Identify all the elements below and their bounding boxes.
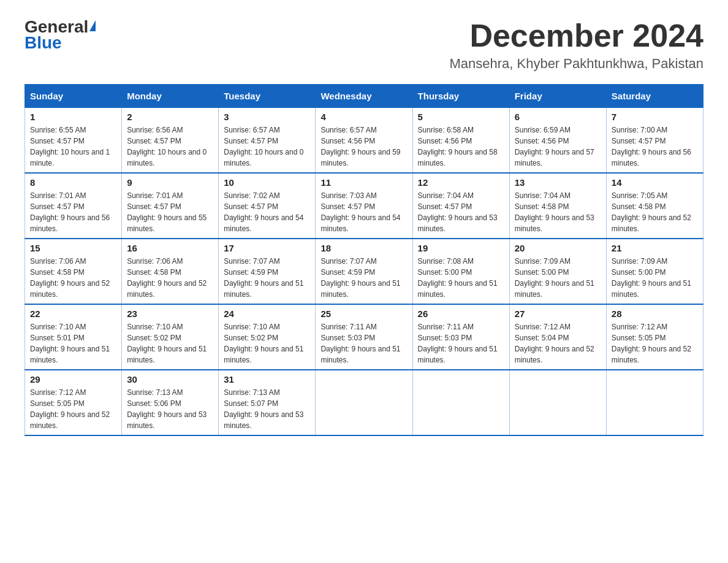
day-info: Sunrise: 7:02 AMSunset: 4:57 PMDaylight:… xyxy=(224,191,303,233)
day-number: 16 xyxy=(127,243,213,253)
day-number: 24 xyxy=(224,308,310,319)
day-info: Sunrise: 7:01 AMSunset: 4:57 PMDaylight:… xyxy=(127,191,207,233)
calendar-cell: 20 Sunrise: 7:09 AMSunset: 5:00 PMDaylig… xyxy=(509,239,606,304)
day-info: Sunrise: 7:04 AMSunset: 4:57 PMDaylight:… xyxy=(418,191,498,233)
calendar-week-row: 29 Sunrise: 7:12 AMSunset: 5:05 PMDaylig… xyxy=(25,370,703,435)
day-number: 4 xyxy=(320,112,407,122)
location-title: Mansehra, Khyber Pakhtunkhwa, Pakistan xyxy=(449,56,703,72)
calendar-cell: 30 Sunrise: 7:13 AMSunset: 5:06 PMDaylig… xyxy=(122,370,219,435)
calendar-cell: 10 Sunrise: 7:02 AMSunset: 4:57 PMDaylig… xyxy=(219,173,316,239)
calendar-cell: 24 Sunrise: 7:10 AMSunset: 5:02 PMDaylig… xyxy=(219,304,316,370)
day-info: Sunrise: 6:56 AMSunset: 4:57 PMDaylight:… xyxy=(127,126,207,167)
day-number: 22 xyxy=(30,308,116,319)
calendar-cell: 6 Sunrise: 6:59 AMSunset: 4:56 PMDayligh… xyxy=(509,108,606,174)
day-number: 2 xyxy=(127,112,213,122)
day-info: Sunrise: 7:09 AMSunset: 5:00 PMDaylight:… xyxy=(612,257,691,299)
day-info: Sunrise: 7:04 AMSunset: 4:58 PMDaylight:… xyxy=(515,191,594,233)
calendar-cell: 13 Sunrise: 7:04 AMSunset: 4:58 PMDaylig… xyxy=(509,173,606,239)
day-info: Sunrise: 6:59 AMSunset: 4:56 PMDaylight:… xyxy=(515,126,594,167)
day-number: 20 xyxy=(515,243,601,253)
day-info: Sunrise: 7:12 AMSunset: 5:05 PMDaylight:… xyxy=(612,323,691,364)
day-number: 8 xyxy=(30,177,116,188)
calendar-cell: 14 Sunrise: 7:05 AMSunset: 4:58 PMDaylig… xyxy=(606,173,703,239)
day-header-wednesday: Wednesday xyxy=(316,85,412,108)
calendar-cell: 2 Sunrise: 6:56 AMSunset: 4:57 PMDayligh… xyxy=(122,108,219,174)
day-info: Sunrise: 7:12 AMSunset: 5:05 PMDaylight:… xyxy=(30,388,110,430)
logo-blue-text: Blue xyxy=(25,33,62,53)
day-number: 17 xyxy=(224,243,310,253)
calendar-cell: 1 Sunrise: 6:55 AMSunset: 4:57 PMDayligh… xyxy=(25,108,122,174)
calendar-cell: 11 Sunrise: 7:03 AMSunset: 4:57 PMDaylig… xyxy=(316,173,412,239)
calendar-cell: 9 Sunrise: 7:01 AMSunset: 4:57 PMDayligh… xyxy=(122,173,219,239)
calendar-cell xyxy=(606,370,703,435)
day-info: Sunrise: 7:13 AMSunset: 5:07 PMDaylight:… xyxy=(224,388,303,430)
day-info: Sunrise: 7:11 AMSunset: 5:03 PMDaylight:… xyxy=(418,323,498,364)
calendar-cell: 15 Sunrise: 7:06 AMSunset: 4:58 PMDaylig… xyxy=(25,239,122,304)
calendar-cell: 19 Sunrise: 7:08 AMSunset: 5:00 PMDaylig… xyxy=(412,239,509,304)
day-number: 26 xyxy=(418,308,504,319)
calendar-cell: 28 Sunrise: 7:12 AMSunset: 5:05 PMDaylig… xyxy=(606,304,703,370)
day-info: Sunrise: 7:05 AMSunset: 4:58 PMDaylight:… xyxy=(612,191,691,233)
day-number: 28 xyxy=(612,308,698,319)
day-number: 14 xyxy=(612,177,698,188)
day-info: Sunrise: 7:13 AMSunset: 5:06 PMDaylight:… xyxy=(127,388,207,430)
day-info: Sunrise: 6:57 AMSunset: 4:57 PMDaylight:… xyxy=(224,126,303,167)
day-number: 21 xyxy=(612,243,698,253)
day-number: 15 xyxy=(30,243,116,253)
day-number: 5 xyxy=(418,112,504,122)
day-info: Sunrise: 7:06 AMSunset: 4:58 PMDaylight:… xyxy=(127,257,207,299)
calendar-cell: 31 Sunrise: 7:13 AMSunset: 5:07 PMDaylig… xyxy=(219,370,316,435)
calendar-cell: 5 Sunrise: 6:58 AMSunset: 4:56 PMDayligh… xyxy=(412,108,509,174)
day-header-monday: Monday xyxy=(122,85,219,108)
day-info: Sunrise: 7:10 AMSunset: 5:01 PMDaylight:… xyxy=(30,323,110,364)
calendar-week-row: 15 Sunrise: 7:06 AMSunset: 4:58 PMDaylig… xyxy=(25,239,703,304)
calendar-cell: 21 Sunrise: 7:09 AMSunset: 5:00 PMDaylig… xyxy=(606,239,703,304)
calendar-cell: 12 Sunrise: 7:04 AMSunset: 4:57 PMDaylig… xyxy=(412,173,509,239)
day-info: Sunrise: 7:09 AMSunset: 5:00 PMDaylight:… xyxy=(515,257,594,299)
day-number: 6 xyxy=(515,112,601,122)
day-header-thursday: Thursday xyxy=(412,85,509,108)
logo-triangle-icon xyxy=(89,20,96,31)
header: General Blue December 2024 Mansehra, Khy… xyxy=(25,18,703,72)
day-info: Sunrise: 6:57 AMSunset: 4:56 PMDaylight:… xyxy=(320,126,400,167)
day-number: 27 xyxy=(515,308,601,319)
calendar-cell: 22 Sunrise: 7:10 AMSunset: 5:01 PMDaylig… xyxy=(25,304,122,370)
calendar-cell: 25 Sunrise: 7:11 AMSunset: 5:03 PMDaylig… xyxy=(316,304,412,370)
day-header-friday: Friday xyxy=(509,85,606,108)
day-info: Sunrise: 7:10 AMSunset: 5:02 PMDaylight:… xyxy=(224,323,303,364)
calendar-week-row: 1 Sunrise: 6:55 AMSunset: 4:57 PMDayligh… xyxy=(25,108,703,174)
day-number: 12 xyxy=(418,177,504,188)
day-number: 11 xyxy=(320,177,407,188)
day-info: Sunrise: 6:55 AMSunset: 4:57 PMDaylight:… xyxy=(30,126,110,167)
calendar-cell: 29 Sunrise: 7:12 AMSunset: 5:05 PMDaylig… xyxy=(25,370,122,435)
calendar-cell xyxy=(509,370,606,435)
day-info: Sunrise: 7:07 AMSunset: 4:59 PMDaylight:… xyxy=(224,257,303,299)
calendar-cell: 3 Sunrise: 6:57 AMSunset: 4:57 PMDayligh… xyxy=(219,108,316,174)
day-number: 18 xyxy=(320,243,407,253)
calendar-week-row: 22 Sunrise: 7:10 AMSunset: 5:01 PMDaylig… xyxy=(25,304,703,370)
day-number: 29 xyxy=(30,374,116,385)
day-header-saturday: Saturday xyxy=(606,85,703,108)
day-info: Sunrise: 7:01 AMSunset: 4:57 PMDaylight:… xyxy=(30,191,110,233)
day-info: Sunrise: 7:10 AMSunset: 5:02 PMDaylight:… xyxy=(127,323,207,364)
day-number: 9 xyxy=(127,177,213,188)
calendar-cell: 17 Sunrise: 7:07 AMSunset: 4:59 PMDaylig… xyxy=(219,239,316,304)
calendar-cell xyxy=(412,370,509,435)
calendar-cell: 27 Sunrise: 7:12 AMSunset: 5:04 PMDaylig… xyxy=(509,304,606,370)
day-info: Sunrise: 7:12 AMSunset: 5:04 PMDaylight:… xyxy=(515,323,594,364)
day-number: 10 xyxy=(224,177,310,188)
calendar-cell: 23 Sunrise: 7:10 AMSunset: 5:02 PMDaylig… xyxy=(122,304,219,370)
day-number: 13 xyxy=(515,177,601,188)
day-info: Sunrise: 7:07 AMSunset: 4:59 PMDaylight:… xyxy=(320,257,400,299)
day-header-tuesday: Tuesday xyxy=(219,85,316,108)
day-header-sunday: Sunday xyxy=(25,85,122,108)
day-info: Sunrise: 7:11 AMSunset: 5:03 PMDaylight:… xyxy=(320,323,400,364)
day-info: Sunrise: 7:00 AMSunset: 4:57 PMDaylight:… xyxy=(612,126,691,167)
day-info: Sunrise: 7:08 AMSunset: 5:00 PMDaylight:… xyxy=(418,257,498,299)
logo: General Blue xyxy=(25,18,96,53)
month-title: December 2024 xyxy=(449,18,703,53)
title-area: December 2024 Mansehra, Khyber Pakhtunkh… xyxy=(449,18,703,72)
calendar-cell xyxy=(316,370,412,435)
day-number: 3 xyxy=(224,112,310,122)
day-number: 1 xyxy=(30,112,116,122)
